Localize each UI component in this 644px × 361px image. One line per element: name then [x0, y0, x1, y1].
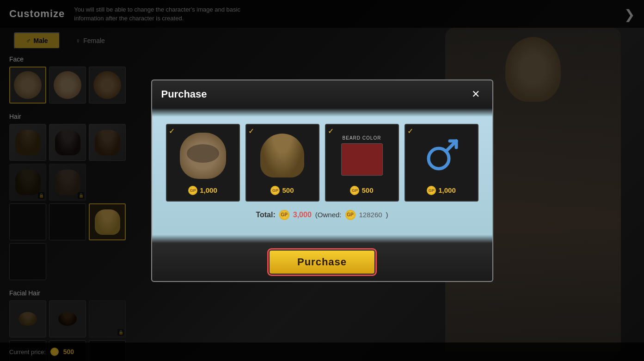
face-price-value: 1,000	[200, 186, 217, 194]
modal-title: Purchase	[161, 88, 207, 100]
purchase-items-row: ✓ GP 1,000 ✓	[161, 124, 483, 202]
gender-preview-container	[416, 130, 467, 181]
purchase-button[interactable]: Purchase	[270, 251, 374, 274]
coin-icon-gender: GP	[427, 186, 436, 195]
gender-price: GP 1,000	[427, 186, 456, 195]
modal-body: ✓ GP 1,000 ✓	[152, 116, 492, 235]
owned-close: )	[386, 211, 388, 219]
owned-label: (Owned:	[315, 211, 342, 219]
purchase-item-gender: ✓ GP	[405, 124, 478, 202]
coin-icon-face: GP	[188, 186, 197, 195]
hair-preview-container	[257, 130, 308, 181]
face-preview-image	[180, 133, 226, 179]
modal-overlay: Purchase ✕ ✓ GP 1,0	[0, 0, 644, 361]
beard-color-preview-container: BEARD COLOR	[337, 130, 387, 181]
coin-icon-hair: GP	[270, 186, 280, 195]
face-preview-container	[178, 130, 228, 181]
hair-price-value: 500	[282, 186, 294, 194]
check-icon-gender: ✓	[407, 127, 413, 135]
total-coin-icon: GP	[279, 210, 289, 220]
total-row: Total: GP 3,000 (Owned: GP 128260 )	[161, 210, 483, 220]
purchase-item-face: ✓ GP 1,000	[166, 124, 240, 202]
hair-price: GP 500	[270, 186, 294, 195]
beard-price: GP 500	[350, 186, 373, 195]
coin-icon-beard: GP	[350, 186, 359, 195]
modal-header: Purchase ✕	[152, 80, 492, 108]
beard-color-label: BEARD COLOR	[343, 135, 381, 141]
total-label: Total:	[256, 211, 275, 219]
purchase-item-beard-color: ✓ BEARD COLOR GP 500	[325, 124, 399, 202]
owned-amount: 128260	[359, 211, 382, 219]
torn-edge-top	[152, 108, 492, 116]
modal-container: Purchase ✕ ✓ GP 1,0	[151, 80, 493, 282]
face-price: GP 1,000	[188, 186, 217, 195]
modal-footer: Purchase	[152, 243, 492, 281]
gender-price-value: 1,000	[438, 186, 456, 194]
purchase-modal: Purchase ✕ ✓ GP 1,0	[151, 80, 493, 282]
check-icon-beard: ✓	[328, 127, 334, 135]
beard-price-value: 500	[362, 186, 373, 194]
check-icon-face: ✓	[169, 127, 175, 135]
purchase-item-hair: ✓ GP 500	[245, 124, 319, 202]
beard-color-swatch	[341, 143, 383, 176]
torn-edge-bottom	[152, 235, 492, 243]
check-icon-hair: ✓	[248, 127, 254, 135]
hair-preview-image	[260, 134, 304, 177]
modal-close-button[interactable]: ✕	[468, 87, 483, 102]
total-amount: 3,000	[293, 211, 312, 219]
male-symbol-icon	[421, 135, 462, 177]
owned-coin-icon: GP	[345, 210, 356, 220]
